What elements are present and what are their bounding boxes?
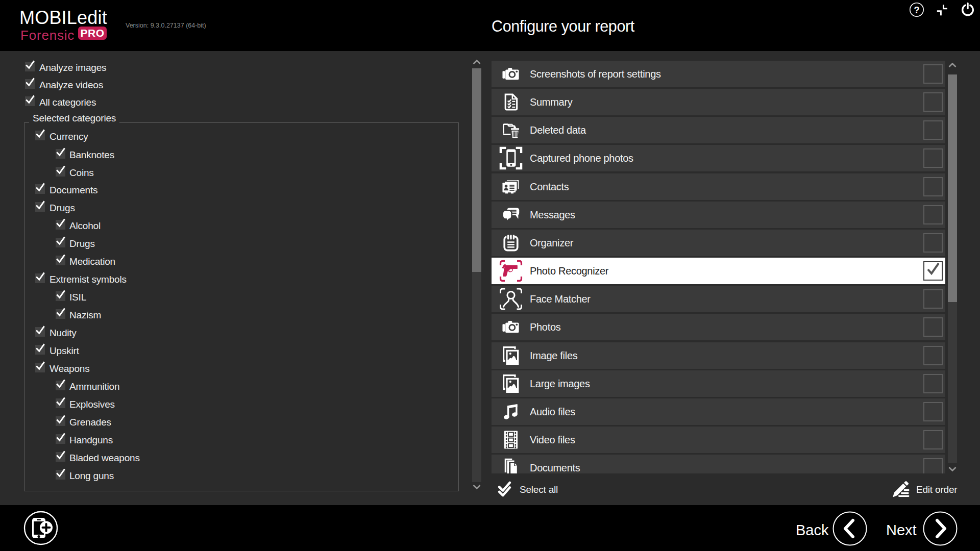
- svg-text:?: ?: [914, 5, 920, 15]
